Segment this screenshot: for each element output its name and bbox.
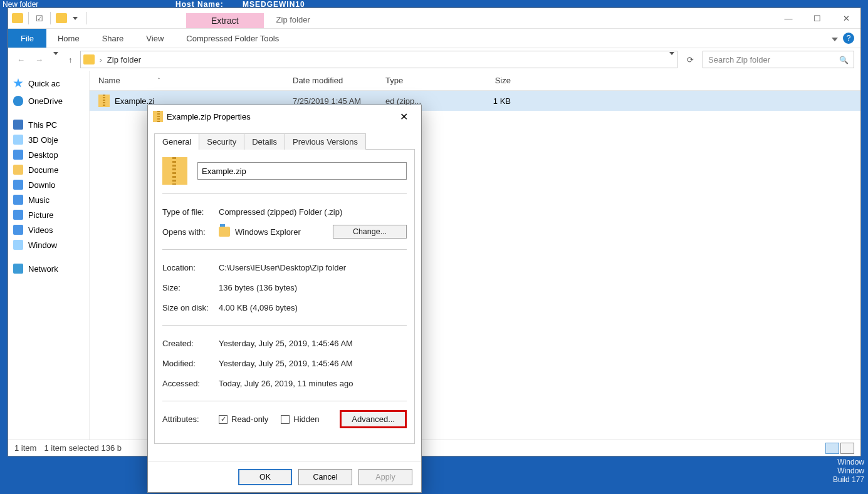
titlebar[interactable]: ☑ Extract Zip folder — ☐ ✕ <box>8 8 860 28</box>
apply-button[interactable]: Apply <box>358 469 412 485</box>
video-icon <box>13 225 23 235</box>
status-count: 1 item <box>14 443 36 453</box>
picture-icon <box>13 210 23 220</box>
nav-pictures[interactable]: Picture <box>8 207 89 222</box>
checkbox-icon <box>281 415 290 424</box>
help-icon[interactable]: ? <box>843 33 854 44</box>
hidden-checkbox[interactable]: Hidden <box>281 414 319 424</box>
tab-details[interactable]: Details <box>244 133 285 150</box>
qat-properties-icon[interactable]: ☑ <box>34 13 45 24</box>
value-location: C:\Users\IEUser\Desktop\Zip folder <box>219 263 407 272</box>
value-created: Yesterday, July 25, 2019, 1:45:46 AM <box>219 339 407 348</box>
nav-up-button[interactable] <box>66 54 75 66</box>
dialog-titlebar[interactable]: Example.zip Properties ✕ <box>148 105 421 128</box>
nav-windows[interactable]: Window <box>8 237 89 252</box>
view-large-button[interactable] <box>840 443 854 454</box>
label-openswith: Opens with: <box>162 227 219 237</box>
value-size: 136 bytes (136 bytes) <box>219 283 407 292</box>
nav-downloads[interactable]: Downlo <box>8 177 89 192</box>
label-accessed: Accessed: <box>162 379 219 388</box>
col-type[interactable]: Type <box>377 71 468 90</box>
dialog-close-button[interactable]: ✕ <box>391 108 416 125</box>
qat-newfolder-icon[interactable] <box>56 13 67 23</box>
address-dropdown-icon[interactable] <box>669 55 674 64</box>
ok-button[interactable]: OK <box>238 469 292 485</box>
ribbon-tab-file[interactable]: File <box>8 29 46 48</box>
refresh-button[interactable]: ⟳ <box>682 52 698 67</box>
nav-back-button[interactable]: ← <box>14 54 28 66</box>
drive-icon <box>13 240 23 250</box>
qat-customize-icon[interactable] <box>70 13 81 24</box>
folder-icon <box>13 150 23 160</box>
tab-general[interactable]: General <box>154 133 199 150</box>
col-date[interactable]: Date modified <box>284 71 377 90</box>
file-size: 1 KB <box>468 93 523 110</box>
col-name[interactable]: Nameˆ <box>90 71 284 90</box>
network-icon <box>13 264 23 274</box>
nav-history-button[interactable] <box>51 54 61 66</box>
address-icon <box>83 54 95 64</box>
explorer-icon <box>219 227 230 237</box>
label-sizeondisk: Size on disk: <box>162 303 219 312</box>
window-title: Zip folder <box>264 11 323 28</box>
value-modified: Yesterday, July 25, 2019, 1:45:46 AM <box>219 359 407 368</box>
ribbon-tab-compressed[interactable]: Compressed Folder Tools <box>175 30 290 47</box>
cloud-icon <box>13 96 23 106</box>
dialog-tabs: General Security Details Previous Versio… <box>154 133 415 150</box>
nav-forward-button[interactable]: → <box>33 54 46 66</box>
tab-previous-versions[interactable]: Previous Versions <box>285 133 366 150</box>
address-bar[interactable]: Zip folder <box>80 51 678 68</box>
star-icon <box>13 78 23 88</box>
ribbon-tab-view[interactable]: View <box>135 30 175 47</box>
label-attributes: Attributes: <box>162 414 219 424</box>
pc-icon <box>13 120 23 130</box>
nav-desktop[interactable]: Desktop <box>8 147 89 162</box>
search-icon[interactable] <box>839 55 849 64</box>
address-bar-row: ← → Zip folder ⟳ Search Zip folder <box>8 48 860 71</box>
breadcrumb-segment[interactable]: Zip folder <box>107 55 141 64</box>
nav-documents[interactable]: Docume <box>8 162 89 177</box>
ribbon-tab-home[interactable]: Home <box>46 30 91 47</box>
nav-3dobjects[interactable]: 3D Obje <box>8 132 89 147</box>
maximize-button[interactable]: ☐ <box>803 8 832 28</box>
advanced-button[interactable]: Advanced... <box>340 410 407 428</box>
folder-icon <box>13 165 23 175</box>
readonly-checkbox[interactable]: ✓Read-only <box>219 414 268 424</box>
column-headers[interactable]: Nameˆ Date modified Type Size <box>90 71 860 91</box>
change-button[interactable]: Change... <box>333 225 407 239</box>
col-size[interactable]: Size <box>468 71 523 90</box>
ribbon-expand-icon[interactable] <box>832 34 838 43</box>
label-modified: Modified: <box>162 359 219 368</box>
filename-field[interactable]: Example.zip <box>197 162 407 180</box>
watermark: Window Window Build 177 <box>833 458 864 484</box>
context-tab-extract[interactable]: Extract <box>186 13 264 28</box>
minimize-button[interactable]: — <box>774 8 803 28</box>
nav-music[interactable]: Music <box>8 192 89 207</box>
label-location: Location: <box>162 263 219 272</box>
nav-onedrive[interactable]: OneDrive <box>8 93 89 108</box>
view-details-button[interactable] <box>825 443 839 454</box>
nav-this-pc[interactable]: This PC <box>8 117 89 132</box>
nav-videos[interactable]: Videos <box>8 222 89 237</box>
explorer-window: ☑ Extract Zip folder — ☐ ✕ File Home Sha… <box>8 8 861 456</box>
value-typeoffile: Compressed (zipped) Folder (.zip) <box>219 207 407 217</box>
tab-security[interactable]: Security <box>199 133 244 150</box>
nav-network[interactable]: Network <box>8 261 89 276</box>
ribbon-tab-share[interactable]: Share <box>91 30 135 47</box>
search-placeholder: Search Zip folder <box>708 55 770 64</box>
dialog-title: Example.zip Properties <box>167 112 251 121</box>
properties-dialog: Example.zip Properties ✕ General Securit… <box>147 105 422 493</box>
dialog-icon <box>153 111 163 122</box>
search-input[interactable]: Search Zip folder <box>703 51 854 68</box>
folder-icon <box>13 135 23 145</box>
cancel-button[interactable]: Cancel <box>298 469 352 485</box>
dialog-footer: OK Cancel Apply <box>148 461 421 492</box>
nav-pane[interactable]: Quick ac OneDrive This PC 3D Obje Deskto… <box>8 71 90 440</box>
music-icon <box>13 195 23 205</box>
nav-quick-access[interactable]: Quick ac <box>8 76 89 91</box>
sort-indicator-icon: ˆ <box>158 78 160 85</box>
close-button[interactable]: ✕ <box>832 8 860 28</box>
zip-icon <box>98 95 110 107</box>
breadcrumb-sep <box>98 55 103 64</box>
status-bar: 1 item 1 item selected 136 b <box>8 440 860 456</box>
